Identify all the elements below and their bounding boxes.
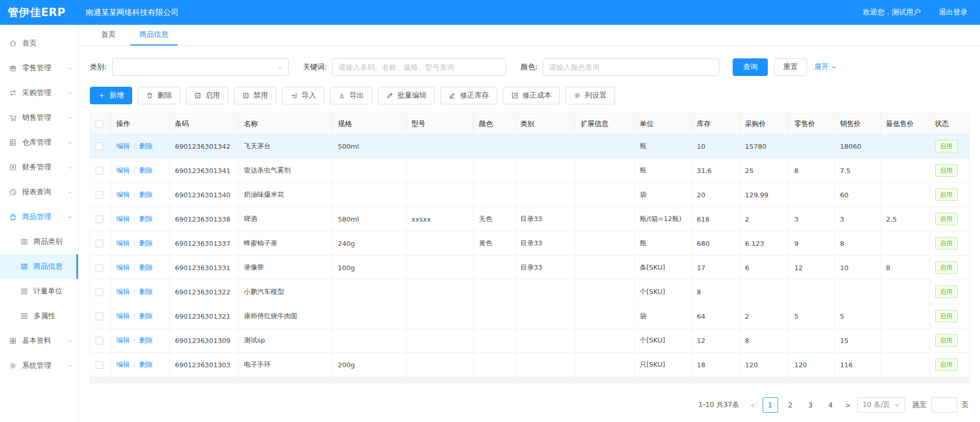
row-checkbox[interactable]	[96, 215, 103, 223]
sidebar-subitem-多属性[interactable]: 多属性	[0, 304, 78, 329]
table-row[interactable]: 编辑|删除6901236301322小鹏汽车模型个[SKU]8启用	[90, 280, 970, 304]
toolbar-button-删除[interactable]: 删除	[138, 87, 180, 104]
delete-link[interactable]: 删除	[139, 191, 153, 198]
toolbar-button-列设置[interactable]: 列设置	[565, 87, 615, 104]
row-checkbox[interactable]	[96, 240, 103, 247]
sidebar-item-仓库管理[interactable]: 仓库管理	[0, 130, 78, 155]
top-header: 管伊佳ERP 南通某某网络科技有限公司 欢迎您，测试用户 退出登录	[0, 0, 980, 25]
sidebar-item-首页[interactable]: 首页	[0, 31, 78, 56]
table-row[interactable]: 编辑|删除6901236301340奶油味爆米花袋20129.9960启用	[90, 183, 970, 207]
table-cell: 64	[691, 304, 739, 329]
sidebar-subitem-商品信息[interactable]: 商品信息	[0, 254, 78, 279]
table-row[interactable]: 编辑|删除6901236301331录像带100g目录33条[SKU]17612…	[90, 256, 970, 280]
edit-link[interactable]: 编辑	[116, 288, 130, 295]
table-cell	[333, 280, 406, 304]
table-cell: 7.5	[834, 159, 880, 183]
next-page-button[interactable]: >	[843, 401, 853, 409]
row-checkbox[interactable]	[96, 337, 103, 345]
table-row[interactable]: 编辑|删除6901236301303电子手环200g只[SKU]18120120…	[90, 353, 970, 377]
filter-row: 类别: 关键词: 颜色: 查询 重置 展开	[90, 58, 970, 76]
prev-page-button[interactable]: <	[748, 401, 758, 409]
sidebar-item-商品管理[interactable]: 商品管理	[0, 205, 78, 229]
table-cell	[881, 280, 929, 304]
user-menu[interactable]: 欢迎您，测试用户	[859, 8, 921, 17]
delete-link[interactable]: 删除	[139, 215, 153, 223]
edit-link[interactable]: 编辑	[116, 361, 130, 368]
delete-link[interactable]: 删除	[139, 361, 153, 368]
edit-link[interactable]: 编辑	[116, 142, 130, 150]
toolbar-button-禁用[interactable]: 禁用	[234, 87, 276, 104]
toolbar-button-修正成本[interactable]: 修正成本	[503, 87, 560, 104]
table-cell	[575, 353, 635, 377]
edit-link[interactable]: 编辑	[116, 215, 130, 223]
table-row[interactable]: 编辑|删除6901236301321康师傅红烧牛肉面袋64255启用	[90, 304, 970, 329]
logout-button[interactable]: 退出登录	[935, 8, 968, 17]
table-cell: 240g	[333, 231, 406, 256]
delete-link[interactable]: 删除	[139, 239, 153, 247]
select-all-checkbox[interactable]	[96, 120, 103, 128]
expand-link[interactable]: 展开	[814, 62, 837, 72]
toolbar-button-启用[interactable]: 启用	[186, 87, 228, 104]
toolbar-button-修正库存[interactable]: 修正库存	[440, 87, 497, 104]
tab-首页[interactable]: 首页	[92, 25, 125, 45]
table-cell: 6901236301338	[169, 207, 239, 231]
edit-link[interactable]: 编辑	[116, 263, 130, 271]
column-header-型号: 型号	[406, 114, 473, 134]
table-row[interactable]: 编辑|删除6901236301338啤酒580mlxxsxx无色目录33瓶/(箱…	[90, 207, 970, 231]
sidebar-item-系统管理[interactable]: 系统管理	[0, 353, 78, 378]
table-cell: 2.5	[881, 207, 929, 231]
toolbar-button-导入[interactable]: 导入	[282, 87, 324, 104]
keyword-input[interactable]	[332, 58, 506, 76]
row-checkbox[interactable]	[96, 361, 103, 369]
delete-link[interactable]: 删除	[139, 263, 153, 271]
horizontal-scrollbar[interactable]	[90, 377, 970, 383]
sidebar-item-财务管理[interactable]: 财务管理	[0, 155, 78, 180]
page-number-2[interactable]: 2	[783, 397, 798, 413]
table-cell: 3	[789, 207, 834, 231]
purchase-icon	[9, 89, 17, 97]
row-checkbox[interactable]	[96, 167, 103, 175]
row-checkbox[interactable]	[96, 312, 103, 320]
sidebar-item-零售管理[interactable]: 零售管理	[0, 56, 78, 81]
delete-link[interactable]: 删除	[139, 336, 153, 344]
edit-link[interactable]: 编辑	[116, 166, 130, 174]
row-checkbox[interactable]	[96, 143, 103, 150]
search-button[interactable]: 查询	[733, 58, 768, 76]
reset-button[interactable]: 重置	[774, 58, 807, 76]
delete-link[interactable]: 删除	[139, 288, 153, 295]
color-input[interactable]	[543, 58, 719, 76]
sidebar-subitem-商品类别[interactable]: 商品类别	[0, 229, 78, 254]
row-checkbox[interactable]	[96, 191, 103, 199]
edit-link[interactable]: 编辑	[116, 191, 130, 198]
table-row[interactable]: 编辑|删除6901236301309测试sp个[SKU]12815启用	[90, 329, 970, 353]
toolbar-button-批量编辑[interactable]: 批量编辑	[378, 87, 435, 104]
toolbar-button-导出[interactable]: 导出	[330, 87, 372, 104]
delete-link[interactable]: 删除	[139, 142, 153, 150]
sidebar-item-基本资料[interactable]: 基本资料	[0, 329, 78, 353]
toolbar-button-新增[interactable]: 新增	[90, 87, 132, 104]
tab-商品信息[interactable]: 商品信息	[130, 25, 178, 45]
edit-link[interactable]: 编辑	[116, 239, 130, 247]
table-cell	[575, 256, 635, 280]
sidebar-item-销售管理[interactable]: 销售管理	[0, 105, 78, 130]
page-size-select[interactable]: 10 条/页	[857, 397, 905, 413]
page-number-3[interactable]: 3	[803, 397, 818, 413]
sidebar-item-报表查询[interactable]: 报表查询	[0, 180, 78, 205]
table-row[interactable]: 编辑|删除6901236301341雷达杀虫气雾剂瓶31.62587.5启用	[90, 159, 970, 183]
row-checkbox[interactable]	[96, 264, 103, 272]
delete-link[interactable]: 删除	[139, 312, 153, 320]
sidebar-subitem-计量单位[interactable]: 计量单位	[0, 279, 78, 304]
page-number-4[interactable]: 4	[823, 397, 839, 413]
sidebar-item-采购管理[interactable]: 采购管理	[0, 81, 78, 105]
row-checkbox[interactable]	[96, 288, 103, 296]
logout-label: 退出登录	[939, 8, 968, 17]
table-row[interactable]: 编辑|删除6901236301337蜂蜜柚子茶240g黄色目录33瓶6806.1…	[90, 231, 970, 256]
delete-link[interactable]: 删除	[139, 166, 153, 174]
edit-link[interactable]: 编辑	[116, 336, 130, 344]
sidebar-item-label: 系统管理	[22, 361, 51, 370]
edit-link[interactable]: 编辑	[116, 312, 130, 320]
category-select[interactable]	[112, 58, 289, 76]
table-row[interactable]: 编辑|删除6901236301342飞天茅台500ml瓶101578018060…	[90, 134, 970, 159]
jump-page-input[interactable]	[931, 397, 957, 413]
page-number-1[interactable]: 1	[763, 397, 778, 413]
